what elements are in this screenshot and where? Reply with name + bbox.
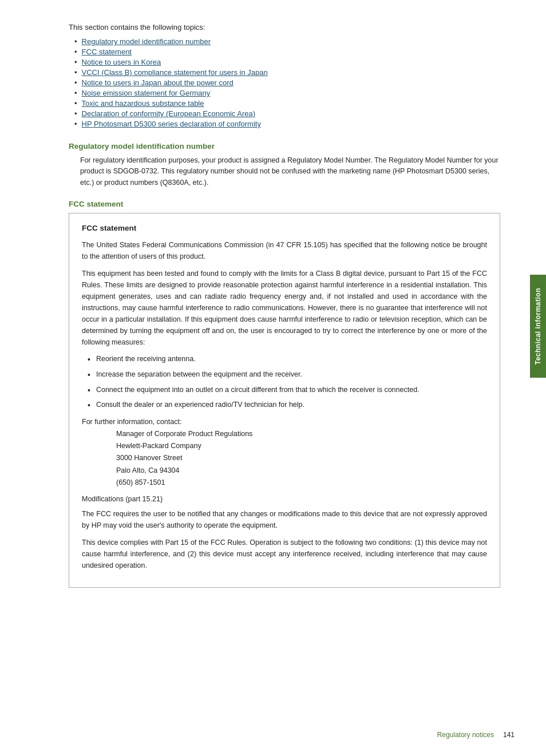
toc-item[interactable]: VCCI (Class B) compliance statement for … <box>74 68 500 77</box>
fcc-bullet-item: Increase the separation between the equi… <box>88 369 487 382</box>
toc-item[interactable]: Noise emission statement for Germany <box>74 89 500 97</box>
fcc-box-para1: The United States Federal Communications… <box>82 239 487 262</box>
footer-page-number: 141 <box>503 731 515 739</box>
toc-item[interactable]: Declaration of conformity (European Econ… <box>74 109 500 118</box>
side-tab-label: Technical information <box>534 288 542 365</box>
footer-section-label: Regulatory notices <box>437 731 494 739</box>
fcc-bullet-item: Consult the dealer or an experienced rad… <box>88 399 487 412</box>
fcc-bullet-item: Connect the equipment into an outlet on … <box>88 385 487 397</box>
toc-item[interactable]: Regulatory model identification number <box>74 37 500 46</box>
contact-line: (650) 857-1501 <box>116 477 487 489</box>
reg-model-body: For regulatory identification purposes, … <box>80 155 500 188</box>
toc-item[interactable]: Notice to users in Japan about the power… <box>74 78 500 87</box>
intro-text: This section contains the following topi… <box>69 23 500 31</box>
contact-line: Palo Alto, Ca 94304 <box>116 465 487 477</box>
toc-item[interactable]: FCC statement <box>74 48 500 56</box>
toc-list: Regulatory model identification numberFC… <box>74 37 500 128</box>
fcc-box-title: FCC statement <box>82 224 487 232</box>
modifications-heading: Modifications (part 15.21) <box>82 493 487 505</box>
contact-line: Manager of Corporate Product Regulations <box>116 428 487 440</box>
page: This section contains the following topi… <box>0 0 546 756</box>
reg-model-heading: Regulatory model identification number <box>69 142 500 151</box>
side-tab: Technical information <box>530 275 546 378</box>
contact-block: Manager of Corporate Product Regulations… <box>116 428 487 489</box>
fcc-section-heading: FCC statement <box>69 200 500 208</box>
fcc-box-para2: This equipment has been tested and found… <box>82 268 487 348</box>
fcc-bullet-item: Reorient the receiving antenna. <box>88 354 487 366</box>
toc-item[interactable]: Toxic and hazardous substance table <box>74 99 500 108</box>
toc-item[interactable]: HP Photosmart D5300 series declaration o… <box>74 120 500 128</box>
modifications-text: The FCC requires the user to be notified… <box>82 508 487 531</box>
contact-line: 3000 Hanover Street <box>116 452 487 464</box>
fcc-bullet-list: Reorient the receiving antenna.Increase … <box>88 354 487 412</box>
toc-item[interactable]: Notice to users in Korea <box>74 58 500 66</box>
fcc-box: FCC statement The United States Federal … <box>69 213 500 588</box>
contact-line: Hewlett-Packard Company <box>116 440 487 452</box>
part15-text: This device complies with Part 15 of the… <box>82 537 487 571</box>
contact-label: For further information, contact: <box>82 418 487 426</box>
reg-model-section: Regulatory model identification number F… <box>69 142 500 188</box>
footer: Regulatory notices 141 <box>0 731 546 739</box>
